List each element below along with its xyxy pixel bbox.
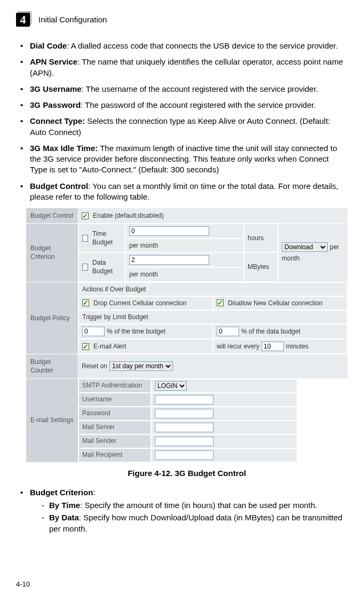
checkbox-email-alert[interactable]	[82, 343, 89, 350]
checkbox-data-budget[interactable]	[82, 264, 88, 271]
desc-3g-pass: : The password of the account registered…	[81, 100, 316, 109]
term-bytime: By Time	[49, 501, 80, 510]
label-pct-time: % of the time budget	[107, 327, 165, 336]
list-item: 3G Username: The username of the account…	[20, 84, 348, 94]
desc-bytime: : Specify the amount of time (in hours) …	[80, 501, 317, 510]
label-username: Username	[78, 393, 151, 407]
config-table: Budget Control Enable (default:disabled)…	[26, 208, 348, 463]
label-disallow: Disallow New Cellular connection	[228, 299, 322, 307]
input-recur-min[interactable]	[262, 342, 284, 351]
chapter-header: 4 Initial Configuration	[16, 13, 348, 27]
input-time-hours[interactable]	[129, 226, 209, 236]
input-pct-time[interactable]	[82, 327, 105, 336]
term-dial-code: Dial Code	[30, 41, 67, 50]
input-pct-data[interactable]	[217, 327, 239, 336]
term-3g-user: 3G Username	[30, 84, 82, 93]
row-label-criterion: Budget Criterion	[26, 224, 78, 282]
term-idle: 3G Max Idle Time:	[30, 144, 98, 153]
term-bydata: By Data	[49, 513, 79, 522]
select-reset-day[interactable]: 1st day per month	[109, 361, 173, 371]
row-label-counter: Budget Counter	[26, 354, 78, 378]
term-connect-type: Connect Type:	[30, 116, 85, 125]
label-mail-server: Mail Server	[78, 421, 151, 434]
checkbox-enable[interactable]	[82, 212, 89, 219]
label-mbytes: MBytes	[248, 263, 269, 271]
checkbox-time-budget[interactable]	[82, 235, 88, 242]
criterion-sublist: By Time: Specify the amount of time (in …	[39, 500, 348, 534]
term-budget: Budget Control	[30, 181, 88, 191]
select-smtp-auth[interactable]: LOGIN	[155, 381, 187, 391]
criterion-list: Budget Criterion: By Time: Specify the a…	[20, 487, 348, 534]
list-item: Budget Control: You can set a monthly li…	[20, 181, 348, 203]
figure-budget-control: Budget Control Enable (default:disabled)…	[26, 208, 348, 479]
input-mail-sender[interactable]	[155, 437, 213, 446]
label-actions-over: Actions if Over Budget	[78, 282, 347, 296]
label-recur: will recur every	[217, 342, 259, 351]
label-smtp: SMTP Authentication	[78, 379, 151, 393]
label-drop: Drop Current Cellular connection	[93, 299, 187, 307]
label-pct-data: % of the data budget	[241, 327, 300, 336]
checkbox-disallow[interactable]	[217, 299, 224, 306]
list-item: Connect Type: Selects the connection typ…	[20, 116, 348, 138]
input-password[interactable]	[155, 409, 213, 418]
list-item: 3G Password: The password of the account…	[20, 100, 348, 110]
desc-dial-code: : A dialled access code that connects th…	[67, 41, 338, 50]
list-item: Dial Code: A dialled access code that co…	[20, 41, 348, 51]
label-time-budget: Time Budget	[92, 229, 122, 247]
label-per: per	[330, 243, 339, 251]
label-per-month-1: per month	[129, 241, 158, 250]
list-item: Budget Criterion: By Time: Specify the a…	[20, 487, 348, 534]
chapter-number-box: 4	[16, 13, 30, 27]
label-mail-recipient: Mail Recipient	[78, 448, 151, 462]
input-mail-server[interactable]	[155, 423, 213, 432]
term-apn: APN Service	[30, 57, 77, 66]
label-hours: hours	[248, 234, 264, 242]
list-item: By Time: Specify the amount of time (in …	[39, 500, 348, 511]
label-month: month	[282, 255, 299, 262]
checkbox-drop[interactable]	[82, 299, 89, 306]
select-download[interactable]: Download	[282, 242, 328, 252]
rest-criterion: :	[93, 488, 95, 497]
desc-bydata: : Specify how much Download/Upload data …	[49, 513, 342, 533]
term-3g-pass: 3G Password	[30, 100, 81, 109]
definition-list: Dial Code: A dialled access code that co…	[20, 41, 348, 202]
label-email-alert: E-mail Alert	[93, 342, 126, 351]
page-number: 4-10	[16, 580, 30, 589]
list-item: By Data: Specify how much Download/Uploa…	[39, 512, 348, 534]
label-trigger: Trigger by Limit Budget	[78, 310, 347, 324]
row-label-email: E-mail Settings	[26, 378, 78, 462]
term-criterion: Budget Criterion	[30, 488, 93, 497]
label-data-budget: Data Budget	[92, 258, 122, 275]
label-minutes: minutes	[286, 342, 308, 351]
input-data-mb[interactable]	[129, 255, 209, 265]
desc-3g-user: : The username of the account registered…	[82, 84, 318, 93]
label-reset-on: Reset on	[82, 362, 107, 370]
chapter-number: 4	[20, 12, 26, 28]
label-per-month-2: per month	[129, 270, 158, 279]
list-item: APN Service: The name that uniquely iden…	[20, 57, 348, 78]
label-enable: Enable (default:disabled)	[93, 211, 164, 220]
input-mail-recipient[interactable]	[155, 450, 213, 460]
list-item: 3G Max Idle Time: The maximum length of …	[20, 143, 348, 176]
input-username[interactable]	[155, 395, 213, 405]
label-password: Password	[78, 407, 151, 421]
figure-caption: Figure 4-12. 3G Budget Control	[26, 468, 348, 479]
row-label-policy: Budget Policy	[26, 282, 78, 354]
row-label-budget-control: Budget Control	[26, 208, 78, 224]
label-mail-sender: Mail Sender	[78, 434, 151, 448]
chapter-title: Initial Configuration	[38, 14, 107, 25]
